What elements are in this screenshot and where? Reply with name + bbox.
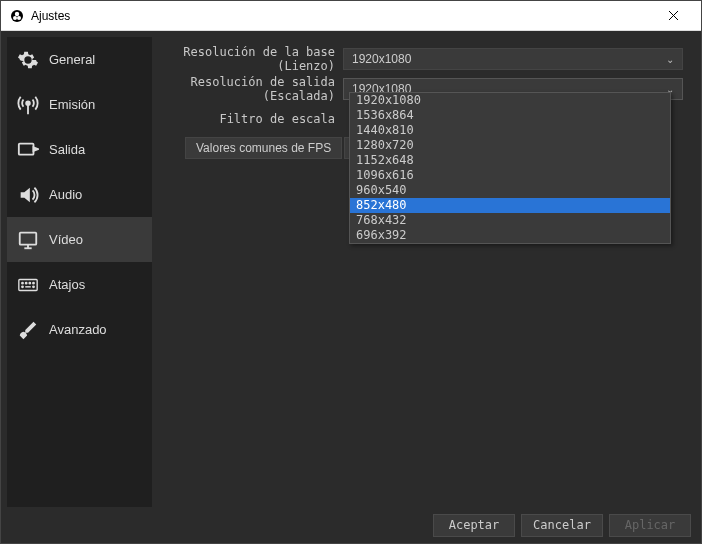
- dropdown-option[interactable]: 852x480: [350, 198, 670, 213]
- sidebar-item-video[interactable]: Vídeo: [7, 217, 152, 262]
- svg-point-14: [33, 282, 34, 283]
- base-resolution-row: Resolución de la base (Lienzo) 1920x1080…: [158, 45, 683, 73]
- svg-point-4: [26, 101, 30, 105]
- dropdown-option[interactable]: 960x540: [350, 183, 670, 198]
- dropdown-option[interactable]: 1920x1080: [350, 93, 670, 108]
- fps-combo[interactable]: Valores comunes de FPS: [185, 137, 342, 159]
- svg-point-11: [22, 282, 23, 283]
- broadcast-icon: [17, 94, 39, 116]
- tools-icon: [17, 319, 39, 341]
- sidebar-item-advanced[interactable]: Avanzado: [7, 307, 152, 352]
- svg-point-13: [29, 282, 30, 283]
- window-title: Ajustes: [31, 9, 70, 23]
- scale-filter-label: Filtro de escala: [158, 112, 343, 126]
- svg-rect-6: [19, 143, 34, 154]
- sidebar-item-label: Emisión: [49, 97, 95, 112]
- content-panel: Resolución de la base (Lienzo) 1920x1080…: [152, 37, 695, 507]
- dropdown-option[interactable]: 696x392: [350, 228, 670, 243]
- svg-point-16: [33, 286, 34, 287]
- video-icon: [17, 229, 39, 251]
- sidebar-item-output[interactable]: Salida: [7, 127, 152, 172]
- window-body: General Emisión Salida Audio: [1, 31, 701, 507]
- output-resolution-label: Resolución de salida (Escalada): [158, 75, 343, 103]
- footer: Aceptar Cancelar Aplicar: [1, 507, 701, 543]
- cancel-button[interactable]: Cancelar: [521, 514, 603, 537]
- fps-label: Valores comunes de FPS: [196, 141, 331, 155]
- sidebar-item-hotkeys[interactable]: Atajos: [7, 262, 152, 307]
- accept-button[interactable]: Aceptar: [433, 514, 515, 537]
- apply-button[interactable]: Aplicar: [609, 514, 691, 537]
- sidebar-item-general[interactable]: General: [7, 37, 152, 82]
- dropdown-option[interactable]: 1280x720: [350, 138, 670, 153]
- dropdown-option[interactable]: 1536x864: [350, 108, 670, 123]
- svg-point-15: [22, 286, 23, 287]
- output-icon: [17, 139, 39, 161]
- svg-rect-10: [19, 279, 37, 290]
- base-resolution-value: 1920x1080: [352, 52, 411, 66]
- audio-icon: [17, 184, 39, 206]
- chevron-down-icon: ⌄: [666, 54, 674, 65]
- sidebar-item-label: Salida: [49, 142, 85, 157]
- sidebar-item-stream[interactable]: Emisión: [7, 82, 152, 127]
- keyboard-icon: [17, 274, 39, 296]
- svg-point-1: [15, 11, 19, 15]
- app-icon: [9, 8, 25, 24]
- settings-window: Ajustes General Emisión S: [0, 0, 702, 544]
- dropdown-option[interactable]: 768x432: [350, 213, 670, 228]
- sidebar-item-audio[interactable]: Audio: [7, 172, 152, 217]
- sidebar-item-label: Atajos: [49, 277, 85, 292]
- svg-point-12: [25, 282, 26, 283]
- svg-point-3: [17, 16, 21, 20]
- titlebar: Ajustes: [1, 1, 701, 31]
- close-button[interactable]: [653, 2, 693, 30]
- base-resolution-combo[interactable]: 1920x1080 ⌄: [343, 48, 683, 70]
- sidebar-item-label: Audio: [49, 187, 82, 202]
- sidebar-item-label: Avanzado: [49, 322, 107, 337]
- sidebar-item-label: Vídeo: [49, 232, 83, 247]
- svg-point-2: [13, 16, 17, 20]
- sidebar-item-label: General: [49, 52, 95, 67]
- output-resolution-dropdown[interactable]: 1920x10801536x8641440x8101280x7201152x64…: [349, 92, 671, 244]
- dropdown-option[interactable]: 1440x810: [350, 123, 670, 138]
- svg-rect-7: [20, 232, 37, 244]
- sidebar: General Emisión Salida Audio: [7, 37, 152, 507]
- gear-icon: [17, 49, 39, 71]
- dropdown-option[interactable]: 1152x648: [350, 153, 670, 168]
- base-resolution-label: Resolución de la base (Lienzo): [158, 45, 343, 73]
- dropdown-option[interactable]: 1096x616: [350, 168, 670, 183]
